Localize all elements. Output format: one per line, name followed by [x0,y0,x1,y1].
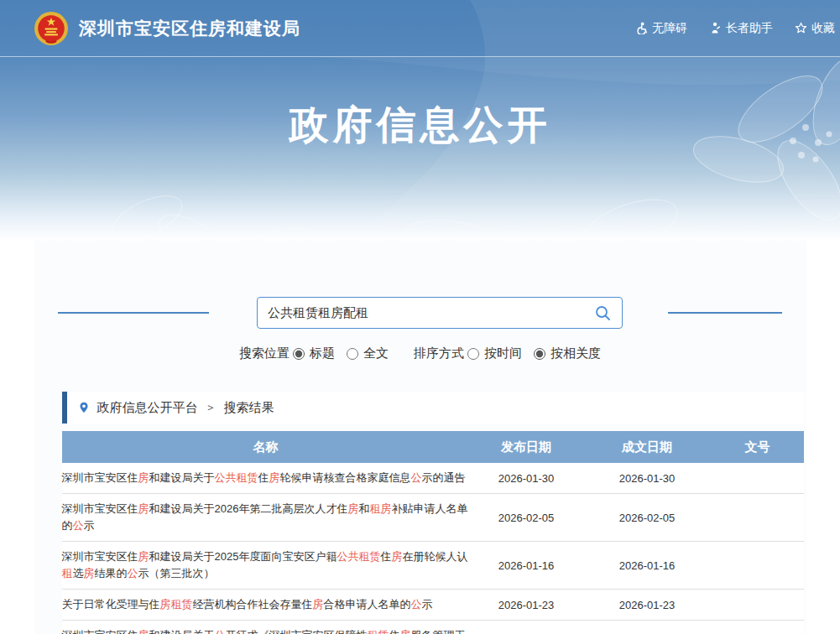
table-row: 深圳市宝安区住房和建设局关于2025年度面向宝安区户籍公共租赁住房在册轮候人认租… [62,542,804,590]
title-text: 示 [422,598,433,611]
title-text: 住 [380,550,391,563]
column-header-doc-number: 文号 [712,431,804,463]
title-text: 深圳市宝安区住 [62,502,138,515]
page-banner: 深圳市宝安区住房和建设局 无障碍 长者助手 [0,0,840,241]
favorite-link[interactable]: 收藏 [795,21,835,36]
title-text: 和建设局关于2025年度面向宝安区户籍 [149,550,337,563]
column-header-written-date: 成文日期 [583,431,712,463]
radio-title[interactable] [293,348,305,360]
result-title-link[interactable]: 关于日常化受理与住房租赁经营机构合作社会存量住房合格申请人名单的公示 [62,590,470,621]
title-text: 和 [358,502,369,515]
title-text: 深圳市宝安区住 [62,629,138,634]
table-row: 关于日常化受理与住房租赁经营机构合作社会存量住房合格申请人名单的公示2026-0… [62,590,804,621]
location-pin-icon [78,401,90,414]
title-text: 示的通告 [422,471,466,484]
publish-date: 2026-01-30 [470,463,583,494]
search-position-label: 搜索位置 [239,346,290,361]
title-text: 关于日常化受理与住 [62,598,160,611]
highlighted-keyword: 租房 [369,502,391,515]
highlighted-keyword: 房 [138,502,149,515]
written-date: 2026-01-19 [583,621,712,634]
title-text: 开征求《深圳市宝安区保障性 [226,629,368,634]
breadcrumb-root-link[interactable]: 政府信息公开平台 [97,400,198,416]
result-title-link[interactable]: 深圳市宝安区住房和建设局关于2026年第二批高层次人才住房和租房补贴申请人名单的… [62,494,470,542]
site-title: 深圳市宝安区住房和建设局 [79,17,300,40]
title-text: 住 [389,629,400,634]
title-text: 合格申请人名单的 [324,598,411,611]
breadcrumb: 政府信息公开平台 ＞ 搜索结果 [62,392,804,424]
radio-by-relevance[interactable] [534,348,545,360]
highlighted-keyword: 房 [269,471,280,484]
title-text: 轮候申请核查合格家庭信息 [280,471,411,484]
doc-number [712,590,804,621]
search-section [34,241,806,329]
highlighted-keyword: 租赁 [368,629,389,634]
highlighted-keyword: 房 [138,550,149,563]
result-title-link[interactable]: 深圳市宝安区住房和建设局关于公开征求《深圳市宝安区保障性租赁住房服务管理工作指引… [62,621,470,634]
highlighted-keyword: 房 [138,629,149,634]
content-panel: 搜索位置 标题 全文 排序方式 按时间 按相关度 政府信息公开平台 ＞ 搜索结果 [34,241,806,634]
title-text: 深圳市宝安区住 [62,471,138,484]
written-date: 2026-01-16 [583,542,712,590]
highlighted-keyword: 房 [138,471,149,484]
doc-number [712,494,804,542]
search-button[interactable] [594,304,612,322]
column-header-publish-date: 发布日期 [470,431,583,463]
publish-date: 2026-01-23 [470,590,583,621]
accessibility-link[interactable]: 无障碍 [635,21,687,36]
title-text: 示（第三批次） [138,567,215,579]
highlighted-keyword: 房 [391,550,402,563]
option-fulltext-label: 全文 [363,346,389,361]
page-title: 政府信息公开 [0,99,840,152]
doc-number [712,542,804,590]
national-emblem-logo [34,11,69,46]
doc-number [712,621,804,634]
highlighted-keyword: 房租赁 [160,598,193,611]
column-header-name: 名称 [62,431,470,463]
option-title[interactable]: 标题 [293,346,335,361]
highlighted-keyword: 租 [62,567,73,579]
star-icon [795,22,807,34]
title-text: 经营机构合作社会存量住 [193,598,313,611]
option-by-relevance[interactable]: 按相关度 [534,346,601,361]
title-text: 和建设局关于2026年第二批高层次人才住 [149,502,348,515]
top-links: 无障碍 长者助手 收藏 [635,21,835,36]
favorite-label: 收藏 [811,21,835,36]
top-header-band: 深圳市宝安区住房和建设局 无障碍 长者助手 [0,0,840,57]
highlighted-keyword: 房 [84,567,95,579]
option-fulltext[interactable]: 全文 [347,346,389,361]
result-title-link[interactable]: 深圳市宝安区住房和建设局关于2025年度面向宝安区户籍公共租赁住房在册轮候人认租… [62,542,470,590]
title-text: 和建设局关于 [149,629,215,634]
breadcrumb-current: 搜索结果 [224,400,274,416]
written-date: 2026-01-23 [583,590,712,621]
option-by-time-label: 按时间 [484,346,522,361]
search-icon [594,304,612,322]
table-row: 深圳市宝安区住房和建设局关于公共租赁住房轮候申请核查合格家庭信息公示的通告202… [62,463,804,494]
option-by-time[interactable]: 按时间 [467,346,522,361]
highlighted-keyword: 公共租赁 [215,471,258,484]
publish-date: 2026-02-05 [470,494,583,542]
elder-person-icon [709,22,722,34]
title-text: 结果的 [95,567,128,579]
highlighted-keyword: 公共租赁 [337,550,380,563]
breadcrumb-separator: ＞ [206,400,217,415]
highlighted-keyword: 公 [73,519,84,532]
search-box [257,297,623,329]
highlighted-keyword: 房 [400,629,411,634]
table-header-row: 名称 发布日期 成文日期 文号 [62,431,804,463]
publish-date: 2026-01-16 [470,542,583,590]
left-decorative-line [58,312,209,314]
title-text: 选 [73,567,84,579]
highlighted-keyword: 房 [347,502,358,515]
radio-fulltext[interactable] [347,348,358,360]
radio-by-time[interactable] [467,348,479,360]
option-title-label: 标题 [310,346,335,361]
sort-mode-label: 排序方式 [414,346,464,361]
search-input[interactable] [268,306,594,320]
written-date: 2026-01-30 [583,463,712,494]
title-text: 住 [258,471,269,484]
results-body: 深圳市宝安区住房和建设局关于公共租赁住房轮候申请核查合格家庭信息公示的通告202… [62,463,804,634]
result-title-link[interactable]: 深圳市宝安区住房和建设局关于公共租赁住房轮候申请核查合格家庭信息公示的通告 [62,463,470,494]
elder-helper-link[interactable]: 长者助手 [709,21,773,36]
publish-date: 2026-01-19 [470,621,583,634]
